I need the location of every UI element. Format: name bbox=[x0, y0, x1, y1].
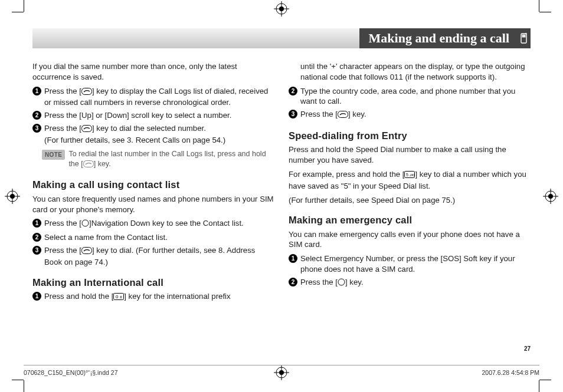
phone-header-icon bbox=[518, 28, 531, 48]
right-column: until the '+' character appears on the d… bbox=[289, 59, 531, 305]
section-heading: Making a call using contact list bbox=[32, 178, 274, 191]
phone-key-icon bbox=[81, 124, 92, 135]
step-item: 2 Press the [] key. bbox=[289, 277, 531, 289]
note-badge: NOTE bbox=[42, 150, 65, 160]
step-item: 2 Select a name from the Contact list. bbox=[32, 232, 274, 243]
left-column: If you dial the same number more than on… bbox=[32, 59, 274, 305]
svg-point-29 bbox=[338, 279, 345, 285]
nav-key-icon bbox=[81, 219, 89, 230]
page-title: Making and ending a call bbox=[359, 28, 518, 48]
svg-rect-17 bbox=[522, 35, 526, 38]
intro-text: If you dial the same number more than on… bbox=[32, 61, 274, 83]
five-key-icon: 5 ᴊᴋʟ bbox=[404, 170, 415, 181]
body-text: You can store frequently used names and … bbox=[32, 194, 274, 215]
section-heading: Making an International call bbox=[32, 276, 274, 289]
step-item: 3 Press the [] key to dial. (For further… bbox=[32, 245, 274, 268]
step-item: 2 Type the country code, area code, and … bbox=[289, 86, 531, 107]
body-text: (For further details, see Speed Dial on … bbox=[289, 195, 531, 206]
body-text: until the '+' character appears on the d… bbox=[289, 61, 531, 83]
svg-rect-21 bbox=[83, 160, 93, 167]
nav-key-icon bbox=[338, 278, 345, 289]
step-item: 1 Press the [] key to display the Call L… bbox=[32, 86, 274, 108]
svg-rect-19 bbox=[82, 88, 92, 94]
svg-rect-23 bbox=[82, 247, 92, 253]
phone-key-icon bbox=[338, 110, 348, 121]
section-heading: Making an emergency call bbox=[289, 213, 531, 226]
register-mark-icon bbox=[5, 189, 20, 204]
step-item: 1 Press and hold the [0 ±] key for the i… bbox=[32, 291, 274, 303]
step-item: 3 Press the [] key to dial the selected … bbox=[32, 123, 274, 146]
document-page: Making and ending a call If you dial the… bbox=[0, 0, 563, 392]
svg-rect-20 bbox=[82, 126, 92, 132]
footer-right: 2007.6.28 4:54:8 PM bbox=[482, 369, 540, 376]
phone-key-icon bbox=[81, 87, 92, 98]
svg-point-18 bbox=[525, 33, 526, 34]
step-item: 2 Press the [Up] or [Down] scroll key to… bbox=[32, 110, 274, 121]
page-header: Making and ending a call bbox=[32, 28, 531, 48]
svg-text:0 ±: 0 ± bbox=[116, 294, 123, 299]
body-text: You can make emergency calls even if you… bbox=[289, 229, 531, 251]
print-footer: 070628_C150_EN(00)°˘¡§.indd 27 2007.6.28… bbox=[24, 365, 539, 381]
body-text: For example, press and hold the [5 ᴊᴋʟ] … bbox=[289, 169, 531, 192]
note-text: To redial the last number in the Call Lo… bbox=[68, 149, 274, 170]
note: NOTE To redial the last number in the Ca… bbox=[42, 149, 274, 170]
step-item: 3 Press the [] key. bbox=[289, 109, 531, 121]
svg-rect-26 bbox=[338, 111, 348, 118]
section-heading: Speed-dialing from Entry bbox=[289, 129, 531, 142]
register-mark-icon bbox=[274, 1, 289, 17]
phone-key-icon bbox=[83, 160, 94, 170]
footer-left: 070628_C150_EN(00)°˘¡§.indd 27 bbox=[24, 369, 117, 376]
phone-key-icon bbox=[81, 246, 92, 257]
register-mark-icon bbox=[543, 189, 558, 204]
step-item: 1 Select Emergency Number, or press the … bbox=[289, 253, 531, 275]
zero-key-icon: 0 ± bbox=[113, 292, 124, 303]
svg-point-22 bbox=[82, 220, 89, 226]
svg-text:5 ᴊᴋʟ: 5 ᴊᴋʟ bbox=[406, 173, 415, 177]
page-content: Making and ending a call If you dial the… bbox=[32, 28, 531, 351]
body-text: Press and hold the Speed Dial number to … bbox=[289, 144, 531, 166]
page-number: 27 bbox=[524, 345, 531, 352]
step-item: 1 Press the []Navigation Down key to see… bbox=[32, 218, 274, 230]
